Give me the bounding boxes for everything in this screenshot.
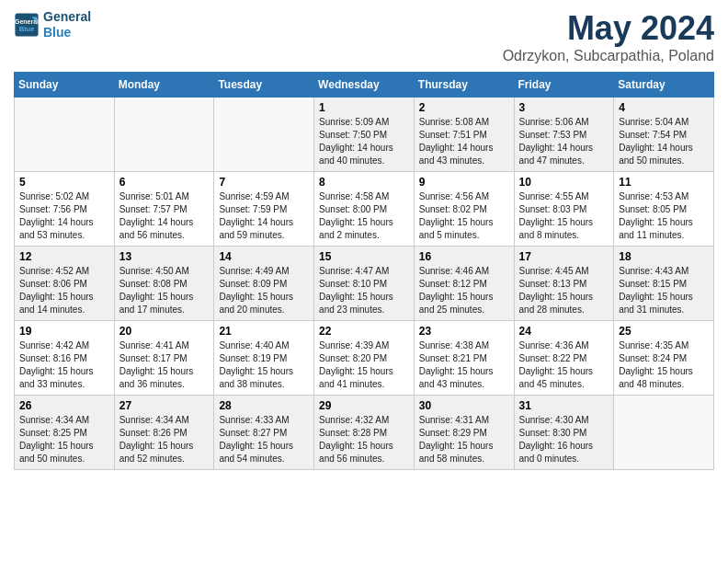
header-thursday: Thursday bbox=[414, 73, 514, 98]
cell-3-5: 24Sunrise: 4:36 AM Sunset: 8:22 PM Dayli… bbox=[514, 321, 614, 396]
day-info: Sunrise: 5:09 AM Sunset: 7:50 PM Dayligh… bbox=[319, 116, 409, 167]
cell-1-6: 11Sunrise: 4:53 AM Sunset: 8:05 PM Dayli… bbox=[614, 172, 714, 247]
day-number: 27 bbox=[119, 399, 210, 412]
day-number: 26 bbox=[19, 399, 109, 412]
day-number: 8 bbox=[319, 176, 409, 189]
day-info: Sunrise: 4:33 AM Sunset: 8:27 PM Dayligh… bbox=[219, 414, 309, 465]
day-number: 29 bbox=[319, 399, 409, 412]
logo: General Blue General Blue bbox=[14, 9, 91, 40]
day-info: Sunrise: 4:58 AM Sunset: 8:00 PM Dayligh… bbox=[319, 190, 409, 242]
day-number: 3 bbox=[519, 101, 609, 114]
day-info: Sunrise: 4:40 AM Sunset: 8:19 PM Dayligh… bbox=[219, 339, 309, 391]
cell-4-4: 30Sunrise: 4:31 AM Sunset: 8:29 PM Dayli… bbox=[414, 396, 514, 470]
week-row-5: 26Sunrise: 4:34 AM Sunset: 8:25 PM Dayli… bbox=[15, 396, 714, 470]
day-number: 23 bbox=[419, 325, 509, 338]
day-info: Sunrise: 5:06 AM Sunset: 7:53 PM Dayligh… bbox=[519, 116, 609, 167]
page-header: General Blue General Blue May 2024 Odrzy… bbox=[14, 9, 714, 64]
cell-0-4: 2Sunrise: 5:08 AM Sunset: 7:51 PM Daylig… bbox=[414, 98, 514, 172]
cell-0-1 bbox=[114, 98, 214, 172]
cell-1-1: 6Sunrise: 5:01 AM Sunset: 7:57 PM Daylig… bbox=[114, 172, 214, 247]
day-number: 20 bbox=[119, 325, 210, 338]
day-number: 18 bbox=[619, 250, 709, 263]
cell-2-6: 18Sunrise: 4:43 AM Sunset: 8:15 PM Dayli… bbox=[614, 247, 714, 321]
day-number: 16 bbox=[419, 250, 509, 263]
day-info: Sunrise: 5:04 AM Sunset: 7:54 PM Dayligh… bbox=[619, 116, 709, 167]
day-info: Sunrise: 4:34 AM Sunset: 8:26 PM Dayligh… bbox=[119, 414, 210, 465]
cell-0-2 bbox=[214, 98, 314, 172]
cell-1-3: 8Sunrise: 4:58 AM Sunset: 8:00 PM Daylig… bbox=[314, 172, 415, 247]
day-number: 24 bbox=[519, 325, 609, 338]
day-number: 4 bbox=[619, 101, 709, 114]
cell-4-5: 31Sunrise: 4:30 AM Sunset: 8:30 PM Dayli… bbox=[514, 396, 614, 470]
cell-4-6 bbox=[614, 396, 714, 470]
title-block: May 2024 Odrzykon, Subcarpathia, Poland bbox=[503, 9, 714, 64]
day-number: 11 bbox=[619, 176, 709, 189]
day-number: 13 bbox=[119, 250, 210, 263]
day-info: Sunrise: 4:36 AM Sunset: 8:22 PM Dayligh… bbox=[519, 339, 609, 391]
header-tuesday: Tuesday bbox=[214, 73, 314, 98]
cell-3-0: 19Sunrise: 4:42 AM Sunset: 8:16 PM Dayli… bbox=[15, 321, 115, 396]
header-wednesday: Wednesday bbox=[314, 73, 415, 98]
logo-icon: General Blue bbox=[14, 12, 40, 38]
cell-4-2: 28Sunrise: 4:33 AM Sunset: 8:27 PM Dayli… bbox=[214, 396, 314, 470]
cell-2-5: 17Sunrise: 4:45 AM Sunset: 8:13 PM Dayli… bbox=[514, 247, 614, 321]
day-info: Sunrise: 4:53 AM Sunset: 8:05 PM Dayligh… bbox=[619, 190, 709, 242]
cell-4-1: 27Sunrise: 4:34 AM Sunset: 8:26 PM Dayli… bbox=[114, 396, 214, 470]
day-number: 25 bbox=[619, 325, 709, 338]
cell-0-5: 3Sunrise: 5:06 AM Sunset: 7:53 PM Daylig… bbox=[514, 98, 614, 172]
day-info: Sunrise: 5:02 AM Sunset: 7:56 PM Dayligh… bbox=[19, 190, 109, 242]
day-number: 21 bbox=[219, 325, 309, 338]
day-info: Sunrise: 4:45 AM Sunset: 8:13 PM Dayligh… bbox=[519, 265, 609, 316]
day-info: Sunrise: 4:47 AM Sunset: 8:10 PM Dayligh… bbox=[319, 265, 409, 316]
cell-1-5: 10Sunrise: 4:55 AM Sunset: 8:03 PM Dayli… bbox=[514, 172, 614, 247]
day-number: 14 bbox=[219, 250, 309, 263]
day-number: 15 bbox=[319, 250, 409, 263]
day-info: Sunrise: 4:56 AM Sunset: 8:02 PM Dayligh… bbox=[419, 190, 509, 242]
cell-3-2: 21Sunrise: 4:40 AM Sunset: 8:19 PM Dayli… bbox=[214, 321, 314, 396]
day-number: 5 bbox=[19, 176, 109, 189]
day-info: Sunrise: 4:42 AM Sunset: 8:16 PM Dayligh… bbox=[19, 339, 109, 391]
svg-text:Blue: Blue bbox=[19, 25, 35, 33]
week-row-2: 5Sunrise: 5:02 AM Sunset: 7:56 PM Daylig… bbox=[15, 172, 714, 247]
day-number: 7 bbox=[219, 176, 309, 189]
day-info: Sunrise: 4:43 AM Sunset: 8:15 PM Dayligh… bbox=[619, 265, 709, 316]
day-number: 31 bbox=[519, 399, 609, 412]
cell-0-3: 1Sunrise: 5:09 AM Sunset: 7:50 PM Daylig… bbox=[314, 98, 415, 172]
day-info: Sunrise: 4:52 AM Sunset: 8:06 PM Dayligh… bbox=[19, 265, 109, 316]
logo-text: General Blue bbox=[43, 9, 91, 40]
cell-3-1: 20Sunrise: 4:41 AM Sunset: 8:17 PM Dayli… bbox=[114, 321, 214, 396]
cell-2-1: 13Sunrise: 4:50 AM Sunset: 8:08 PM Dayli… bbox=[114, 247, 214, 321]
day-info: Sunrise: 4:34 AM Sunset: 8:25 PM Dayligh… bbox=[19, 414, 109, 465]
day-info: Sunrise: 4:55 AM Sunset: 8:03 PM Dayligh… bbox=[519, 190, 609, 242]
weekday-header-row: SundayMondayTuesdayWednesdayThursdayFrid… bbox=[15, 73, 714, 98]
day-number: 28 bbox=[219, 399, 309, 412]
day-info: Sunrise: 4:41 AM Sunset: 8:17 PM Dayligh… bbox=[119, 339, 210, 391]
day-info: Sunrise: 4:38 AM Sunset: 8:21 PM Dayligh… bbox=[419, 339, 509, 391]
cell-4-3: 29Sunrise: 4:32 AM Sunset: 8:28 PM Dayli… bbox=[314, 396, 415, 470]
cell-1-2: 7Sunrise: 4:59 AM Sunset: 7:59 PM Daylig… bbox=[214, 172, 314, 247]
day-info: Sunrise: 4:35 AM Sunset: 8:24 PM Dayligh… bbox=[619, 339, 709, 391]
cell-1-0: 5Sunrise: 5:02 AM Sunset: 7:56 PM Daylig… bbox=[15, 172, 115, 247]
subtitle: Odrzykon, Subcarpathia, Poland bbox=[503, 48, 714, 64]
day-number: 9 bbox=[419, 176, 509, 189]
calendar-table: SundayMondayTuesdayWednesdayThursdayFrid… bbox=[14, 72, 714, 470]
day-info: Sunrise: 4:49 AM Sunset: 8:09 PM Dayligh… bbox=[219, 265, 309, 316]
week-row-4: 19Sunrise: 4:42 AM Sunset: 8:16 PM Dayli… bbox=[15, 321, 714, 396]
week-row-3: 12Sunrise: 4:52 AM Sunset: 8:06 PM Dayli… bbox=[15, 247, 714, 321]
day-number: 12 bbox=[19, 250, 109, 263]
day-number: 6 bbox=[119, 176, 210, 189]
day-number: 19 bbox=[19, 325, 109, 338]
cell-2-4: 16Sunrise: 4:46 AM Sunset: 8:12 PM Dayli… bbox=[414, 247, 514, 321]
header-monday: Monday bbox=[114, 73, 214, 98]
cell-3-4: 23Sunrise: 4:38 AM Sunset: 8:21 PM Dayli… bbox=[414, 321, 514, 396]
day-number: 1 bbox=[319, 101, 409, 114]
day-info: Sunrise: 5:08 AM Sunset: 7:51 PM Dayligh… bbox=[419, 116, 509, 167]
cell-0-0 bbox=[15, 98, 115, 172]
day-info: Sunrise: 4:39 AM Sunset: 8:20 PM Dayligh… bbox=[319, 339, 409, 391]
day-info: Sunrise: 5:01 AM Sunset: 7:57 PM Dayligh… bbox=[119, 190, 210, 242]
header-friday: Friday bbox=[514, 73, 614, 98]
cell-3-3: 22Sunrise: 4:39 AM Sunset: 8:20 PM Dayli… bbox=[314, 321, 415, 396]
header-saturday: Saturday bbox=[614, 73, 714, 98]
day-info: Sunrise: 4:59 AM Sunset: 7:59 PM Dayligh… bbox=[219, 190, 309, 242]
day-number: 10 bbox=[519, 176, 609, 189]
